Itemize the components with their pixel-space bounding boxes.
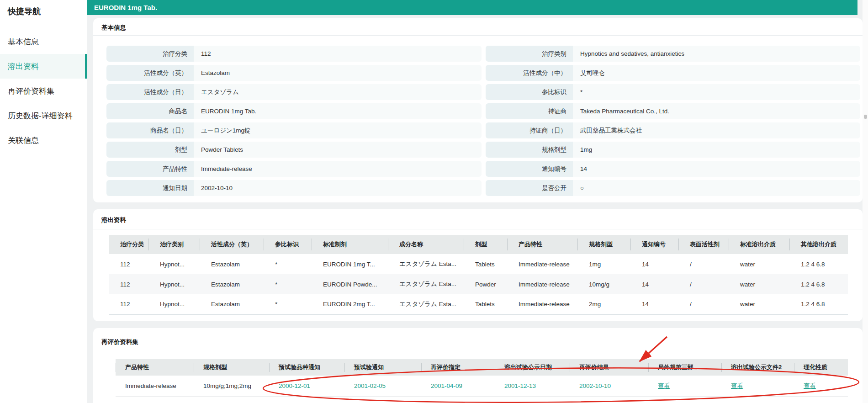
table-cell: Immediate-release — [507, 294, 577, 314]
column-header: 再评价指定 — [421, 359, 495, 376]
column-separator — [507, 239, 508, 250]
table-cell: 查看 — [721, 376, 794, 397]
table-row[interactable]: Immediate-release10mg/g;1mg;2mg2000-12-0… — [116, 376, 848, 397]
sidebar-item-label: 溶出资料 — [8, 61, 39, 72]
page-title: EURODIN 1mg Tab. — [94, 4, 157, 11]
table-cell: Powder — [464, 274, 507, 294]
column-header: 标准溶出介质 — [729, 235, 789, 254]
info-label: 治疗分类 — [106, 46, 194, 62]
column-separator — [678, 239, 679, 250]
table-cell: Hypnot... — [148, 254, 200, 274]
table-cell: エスタゾラム Esta... — [388, 274, 464, 294]
reevaluation-body: Immediate-release10mg/g;1mg;2mg2000-12-0… — [116, 376, 848, 397]
info-value: 14 — [573, 161, 860, 177]
info-label: 持证商 — [486, 103, 573, 119]
column-header: 产品特性 — [116, 359, 194, 376]
table-cell: 14 — [630, 254, 678, 274]
table-cell: Immediate-release — [507, 274, 577, 294]
column-header: 其他溶出介质 — [789, 235, 848, 254]
table-cell: * — [264, 294, 312, 314]
column-header: 治疗分类 — [109, 235, 148, 254]
reevaluation-section-title: 再评价资料集 — [93, 328, 863, 353]
table-cell: Estazolam — [200, 274, 264, 294]
column-separator — [789, 239, 790, 250]
dissolution-header-row: 治疗分类治疗类别活性成分（英）参比标识标准制剂成分名称剂型产品特性规格剂型通知编… — [109, 235, 848, 254]
info-value: * — [573, 84, 860, 100]
column-separator — [721, 363, 722, 372]
info-label: 通知编号 — [486, 161, 573, 177]
view-link[interactable]: 查看 — [658, 382, 670, 389]
table-cell: 14 — [630, 294, 678, 314]
info-value: Estazolam — [194, 65, 482, 81]
info-value: ○ — [573, 180, 860, 196]
sidebar-item-label: 历史数据-详细资料 — [8, 111, 73, 121]
table-cell: 10mg/g;1mg;2mg — [194, 376, 269, 397]
table-cell: 1.2 4 6.8 — [789, 294, 848, 314]
sidebar-item-history[interactable]: 历史数据-详细资料 — [0, 103, 87, 128]
info-label: 活性成分（日） — [106, 84, 194, 100]
table-cell: / — [678, 294, 729, 314]
info-label: 活性成分（英） — [106, 65, 194, 81]
info-value: 112 — [194, 46, 482, 62]
basic-info-section-title: 基本信息 — [93, 18, 863, 36]
table-cell: * — [264, 254, 312, 274]
scrollbar-thumb[interactable] — [864, 115, 867, 119]
table-cell: 2001-04-09 — [421, 376, 495, 397]
column-header: 局外规第三部 — [648, 359, 721, 376]
date-link[interactable]: 2002-10-10 — [579, 382, 611, 389]
column-separator — [577, 239, 578, 250]
info-label: 是否公开 — [486, 180, 573, 196]
sidebar-title: 快捷导航 — [0, 0, 87, 17]
sidebar: 快捷导航 基本信息溶出资料再评价资料集历史数据-详细资料关联信息 — [0, 0, 87, 403]
sidebar-item-related[interactable]: 关联信息 — [0, 128, 87, 153]
column-separator — [421, 363, 422, 372]
sidebar-item-reevaluation[interactable]: 再评价资料集 — [0, 79, 87, 103]
table-cell: Immediate-release — [507, 254, 577, 274]
table-cell: Estazolam — [200, 294, 264, 314]
column-separator — [312, 239, 312, 250]
column-header: 参比标识 — [264, 235, 312, 254]
column-header: 表面活性剂 — [678, 235, 729, 254]
info-row: 通知日期2002-10-10是否公开○ — [106, 180, 860, 196]
info-value: EURODIN 1mg Tab. — [194, 103, 482, 119]
table-cell: 112 — [109, 254, 148, 274]
table-cell: Immediate-release — [116, 376, 194, 397]
sidebar-item-dissolution[interactable]: 溶出资料 — [0, 54, 87, 79]
column-header: 治疗类别 — [148, 235, 200, 254]
column-separator — [464, 239, 464, 250]
column-header: 剂型 — [464, 235, 507, 254]
scrollbar[interactable] — [863, 0, 868, 403]
info-value: Immediate-release — [194, 161, 482, 177]
table-cell: エスタゾラム Esta... — [388, 294, 464, 314]
column-separator — [194, 363, 194, 372]
column-header: 标准制剂 — [312, 235, 388, 254]
table-cell: 2002-10-10 — [570, 376, 648, 397]
view-link[interactable]: 查看 — [731, 382, 743, 389]
column-header: 理化性质 — [794, 359, 848, 376]
date-link[interactable]: 2001-04-09 — [431, 382, 462, 389]
table-cell: 1.2 4 6.8 — [789, 254, 848, 274]
column-separator — [648, 363, 649, 372]
view-link[interactable]: 查看 — [804, 382, 816, 389]
table-cell: * — [264, 274, 312, 294]
column-header: 溶出试验公示文件2 — [721, 359, 794, 376]
table-cell: 2001-12-13 — [495, 376, 570, 397]
info-row: 产品特性Immediate-release通知编号14 — [106, 161, 860, 177]
table-row[interactable]: 112Hypnot...Estazolam*EURODIN Powde...エス… — [109, 274, 848, 294]
date-link[interactable]: 2001-02-05 — [354, 382, 386, 389]
sidebar-item-basic-info[interactable]: 基本信息 — [0, 29, 87, 54]
info-value: 艾司唑仑 — [573, 65, 860, 81]
sidebar-nav: 基本信息溶出资料再评价资料集历史数据-详细资料关联信息 — [0, 29, 87, 153]
date-link[interactable]: 2000-12-01 — [279, 382, 310, 389]
table-row[interactable]: 112Hypnot...Estazolam*EURODIN 2mg T...エス… — [109, 294, 848, 314]
date-link[interactable]: 2001-12-13 — [504, 382, 536, 389]
column-separator — [794, 363, 794, 372]
table-cell: 2001-02-05 — [344, 376, 421, 397]
table-row[interactable]: 112Hypnot...Estazolam*EURODIN 1mg T...エス… — [109, 254, 848, 274]
info-value: 1mg — [573, 142, 860, 158]
column-header: 产品特性 — [507, 235, 577, 254]
column-header: 规格剂型 — [577, 235, 630, 254]
column-separator — [495, 363, 495, 372]
column-separator — [264, 239, 264, 250]
table-cell: 112 — [109, 294, 148, 314]
